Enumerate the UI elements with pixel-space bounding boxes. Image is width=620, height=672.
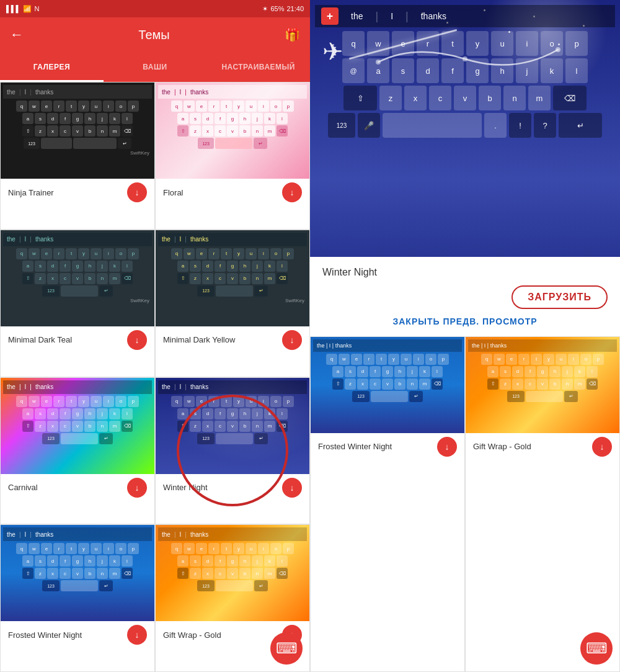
svg-point-1 [463,56,467,61]
key-shift[interactable]: ⇧ [343,86,377,110]
tab-yours-left[interactable]: ВАШИ [104,52,207,82]
yellow-suggestions: the|I|thanks [158,233,307,246]
key-123[interactable]: 123 [328,113,355,138]
carnival-download-btn[interactable]: ↓ [127,478,147,498]
popup-actions: ЗАГРУЗИТЬ ЗАКРЫТЬ ПРЕДВ. ПРОСМОТР [322,285,608,326]
key-c[interactable]: c [429,86,451,110]
ninja-download-btn[interactable]: ↓ [127,182,147,202]
add-suggestion-btn[interactable]: + [321,7,339,25]
key-backspace[interactable]: ⌫ [553,86,587,110]
popup-info-card: Winter Night ЗАГРУЗИТЬ ЗАКРЫТЬ ПРЕДВ. ПР… [310,257,620,336]
suggestion-I[interactable]: I [391,11,393,21]
carnival-footer: Carnival ↓ [1,474,154,501]
time-left: 21:40 [286,5,304,12]
left-panel: ▌▌▌ 📶 N ✶ 65% 21:40 ← Темы 🎁 ГАЛЕРЕЯ ВАШ… [0,0,310,672]
key-n[interactable]: n [503,86,526,110]
floral-name: Floral [163,188,184,197]
nfc-icon: N [34,5,39,12]
theme-preview-gift-gold: the|I|thanks qwertyuiop asdfghjkl ⇧zxcvb… [156,525,309,621]
bluetooth-icon: ✶ [262,5,268,13]
winter-name: Winter Night [163,483,208,492]
ninja-suggestions: the|I|thanks [3,85,152,99]
frosted-name: Frosted Winter Night [8,630,82,640]
frosted-download-btn[interactable]: ↓ [127,625,147,645]
status-right-icons: ✶ 65% 21:40 [262,5,304,13]
key-question[interactable]: ? [534,113,556,138]
frosted-footer: Frosted Winter Night ↓ [1,621,154,648]
key-x[interactable]: x [404,86,427,110]
keyboard-fab-right[interactable]: ⌨ [580,632,613,665]
floral-download-btn[interactable]: ↓ [282,182,302,202]
key-space[interactable] [383,113,482,138]
key-enter[interactable]: ↵ [559,113,602,138]
winter-footer: Winter Night ↓ [156,474,309,501]
signal-icon: ▌▌▌ [6,5,20,12]
winter-download-btn[interactable]: ↓ [282,478,302,498]
theme-preview-frosted: the|I|thanks qwertyuiop asdfghjkl ⇧zxcvb… [1,525,154,621]
theme-card-minimal-teal[interactable]: the|I|thanks qwertyuiop asdfghjkl ⇧zxcvb… [1,230,154,377]
yellow-footer: Minimal Dark Yellow ↓ [156,326,309,354]
gift-icon-left[interactable]: 🎁 [285,27,300,42]
theme-card-ninja[interactable]: the|I|thanks qwertyuiop asdfghjkl ⇧zxcvb… [1,83,154,229]
key-v[interactable]: v [454,86,476,110]
theme-preview-floral: the|I|thanks qwertyuiop asdfghjkl ⇧zxcvb… [156,83,309,179]
teal-suggestions: the|I|thanks [3,233,152,246]
right-panel: ▌▌▌ 📶 N ✶ 65% 21:40 ← Темы 🎁 ГАЛЕРЕЯ ВАШ… [310,0,620,672]
battery-text: 65% [270,5,284,12]
key-b[interactable]: b [479,86,501,110]
keyboard-popup: ✈ + the [310,0,620,336]
teal-footer: Minimal Dark Teal ↓ [1,326,154,354]
kb-row-4: 123 🎤 . ! ? ↵ [315,113,615,138]
ninja-footer: Ninja Trainer ↓ [1,179,154,206]
theme-card-carnival[interactable]: the|I|thanks qwertyuiop asdfghjkl ⇧zxcvb… [1,378,154,524]
ninja-name: Ninja Trainer [8,188,54,197]
status-left-icons: ▌▌▌ 📶 N [6,5,39,13]
floral-footer: Floral ↓ [156,179,309,206]
theme-card-floral[interactable]: the|I|thanks qwertyuiop asdfghjkl ⇧zxcvb… [156,83,309,229]
page-title-left: Темы [138,28,169,42]
suggestion-the[interactable]: the [351,11,363,21]
theme-preview-carnival: the|I|thanks qwertyuiop asdfghjkl ⇧zxcvb… [1,378,154,474]
download-theme-button[interactable]: ЗАГРУЗИТЬ [512,285,608,309]
theme-preview-ninja: the|I|thanks qwertyuiop asdfghjkl ⇧zxcvb… [1,83,154,179]
gift-suggestions: the|I|thanks [158,527,307,541]
key-z[interactable]: z [379,86,402,110]
yellow-name: Minimal Dark Yellow [163,335,235,344]
key-period[interactable]: . [484,113,507,138]
key: q [16,101,27,112]
yellow-download-btn[interactable]: ↓ [282,330,302,350]
theme-card-frosted[interactable]: the|I|thanks qwertyuiop asdfghjkl ⇧zxcvb… [1,525,154,671]
gift-gold-name: Gift Wrap - Gold [163,630,221,640]
svg-point-0 [376,60,381,65]
back-button-left[interactable]: ← [10,27,24,43]
key-mic[interactable]: 🎤 [358,113,380,138]
large-suggestion-bar: + the | I | thanks [315,5,615,27]
tab-gallery-left[interactable]: ГАЛЕРЕЯ [0,52,104,82]
close-preview-button[interactable]: ЗАКРЫТЬ ПРЕДВ. ПРОСМОТР [322,316,608,326]
wifi-icon: 📶 [23,5,32,13]
carnival-name: Carnival [8,483,38,492]
theme-card-minimal-yellow[interactable]: the|I|thanks qwertyuiop asdfghjkl ⇧zxcvb… [156,230,309,377]
tabs-left: ГАЛЕРЕЯ ВАШИ НАСТРАИВАЕМЫЙ [0,52,310,82]
status-bar-left: ▌▌▌ 📶 N ✶ 65% 21:40 [0,0,310,17]
kb-row-3: ⇧ z x c v b n m ⌫ [315,86,615,110]
background-grid-dimmed: the | I | thanks qwertyuiop asdfghjkl ⇧z… [310,336,620,673]
themes-grid-left: the|I|thanks qwertyuiop asdfghjkl ⇧zxcvb… [0,82,310,672]
teal-name: Minimal Dark Teal [8,335,72,344]
top-bar-left: ← Темы 🎁 [0,17,310,52]
key-m[interactable]: m [528,86,551,110]
theme-preview-minimal-yellow: the|I|thanks qwertyuiop asdfghjkl ⇧zxcvb… [156,230,309,326]
tab-customize-left[interactable]: НАСТРАИВАЕМЫЙ [206,52,310,82]
winter-suggestions: the|I|thanks [158,380,307,394]
paper-plane-icon: ✈ [322,37,343,66]
keyboard-fab-left[interactable]: ⌨ [270,632,303,665]
theme-popup-overlay: ✈ + the [310,0,620,672]
suggestion-thanks[interactable]: thanks [421,11,446,21]
theme-preview-minimal-teal: the|I|thanks qwertyuiop asdfghjkl ⇧zxcvb… [1,230,154,326]
teal-download-btn[interactable]: ↓ [127,330,147,350]
swipe-trail [341,37,577,74]
large-keyboard-preview: ✈ + the [310,0,620,257]
theme-card-winter-night[interactable]: the|I|thanks qwertyuiop asdfghjkl ⇧zxcvb… [156,378,309,524]
frosted-suggestions: the|I|thanks [3,527,152,541]
key-exclaim[interactable]: ! [509,113,531,138]
